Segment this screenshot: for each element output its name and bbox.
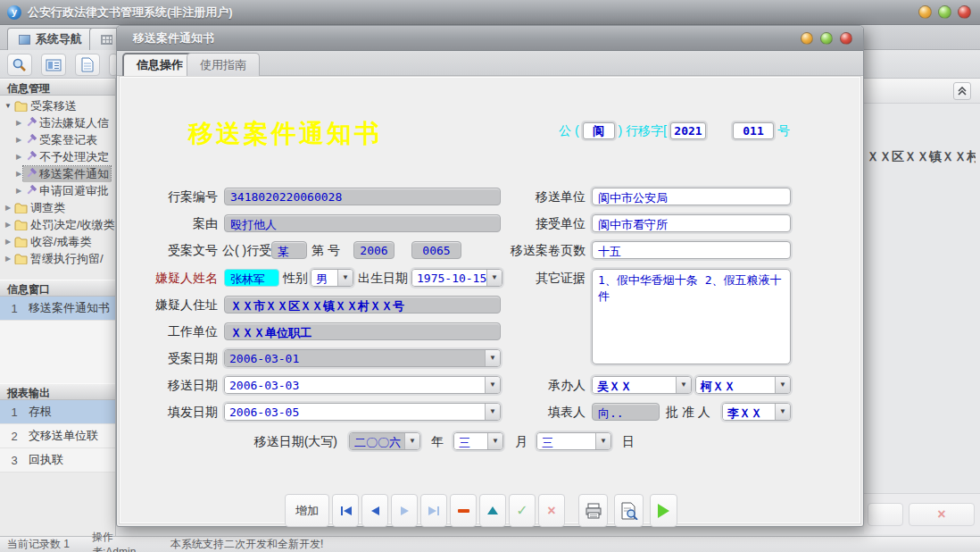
work-unit-field[interactable]: ＸＸＸ单位职工 [224,322,501,340]
dropdown-arrow-icon[interactable]: ▼ [676,377,691,393]
hammer-icon [25,151,37,163]
tree-item-yisong-anjian[interactable]: ▶ 移送案件通知 [0,165,115,182]
tree-item-shouyan-yisong[interactable]: ▼ 受案移送 [0,97,115,114]
address-field[interactable]: ＸＸ市ＸＸ区ＸＸ镇ＸＸ村ＸＸ号 [224,296,501,314]
grid-icon [101,35,112,45]
maximize-button[interactable] [938,5,951,19]
expand-arrow-icon[interactable]: ▶ [14,170,23,178]
collapse-arrow-icon[interactable]: ▼ [4,102,12,110]
report-row[interactable]: 1 存根 [0,400,115,424]
tree-item-shourong-jiedu[interactable]: ▶ 收容/戒毒类 [0,233,115,250]
filler-field[interactable]: 向.. [592,403,660,421]
transfer-unit-field[interactable]: 阆中市公安局 [592,188,791,205]
screen: y 公安行政法律文书管理系统(非注册用户) 系统导航 信 [0,0,980,552]
confirm-button[interactable]: ✓ [509,494,536,527]
dialog-maximize-button[interactable] [820,32,833,45]
doc-no-serial-input[interactable]: 011 [733,122,774,139]
tree-label: 移送案件通知 [39,166,109,182]
delete-record-button[interactable] [450,494,477,527]
dialog-close-button[interactable] [840,32,852,45]
tree-item-shouan-dengjibiao[interactable]: ▶ 受案登记表 [0,131,115,148]
expand-arrow-icon[interactable]: ▶ [4,221,12,229]
doc-no-unit-input[interactable]: 阆 [583,122,615,139]
run-button[interactable] [650,494,677,527]
accept-doc-year-field[interactable]: 2006 [353,241,394,259]
accept-doc-unit-field[interactable]: 某 [271,241,307,259]
fill-date-combo[interactable]: 2006-03-05 ▼ [224,403,501,421]
background-cancel-button[interactable]: × [909,503,975,526]
receive-unit-field[interactable]: 阆中市看守所 [592,214,791,232]
accept-doc-serial-field[interactable]: 0065 [411,241,461,259]
doc-no-part1: 公 ( [559,123,579,139]
tree-item-buyu-chuli[interactable]: ▶ 不予处理决定 [0,148,115,165]
handler2-combo[interactable]: 柯ＸＸ ▼ [695,376,791,394]
minimize-button[interactable] [918,5,932,19]
handler1-combo[interactable]: 吴ＸＸ ▼ [592,376,692,394]
cap-year-combo[interactable]: 二〇〇六 ▼ [349,432,420,450]
tree-item-weifa-xianyiren[interactable]: ▶ 违法嫌疑人信 [0,114,115,131]
cap-day-combo[interactable]: 三 ▼ [536,432,611,450]
expand-arrow-icon[interactable]: ▶ [4,204,12,212]
suspect-name-field[interactable]: 张林军 [224,269,279,287]
tree-item-diaocha[interactable]: ▶ 调查类 [0,199,115,216]
doc-no-year-input[interactable]: 2021 [670,122,706,139]
dropdown-arrow-icon[interactable]: ▼ [337,270,353,286]
receive-unit-label: 接受单位 [467,214,586,232]
info-window-row[interactable]: 1 移送案件通知书 [0,297,115,321]
dropdown-arrow-icon[interactable]: ▼ [775,377,790,393]
accept-date-combo[interactable]: 2006-03-01 ▼ [224,349,501,367]
list-view-button[interactable] [41,54,66,76]
row-number: 3 [0,454,29,467]
document-button[interactable] [75,54,100,76]
expand-arrow-icon[interactable]: ▶ [4,255,12,263]
prev-record-button[interactable] [361,494,388,527]
tree-item-zanhuan-zhixing[interactable]: ▶ 暂缓执行拘留/ [0,250,115,267]
cause-field[interactable]: 殴打他人 [224,214,501,232]
next-record-button[interactable] [391,494,418,527]
dialog-titlebar[interactable]: 移送案件通知书 [117,26,863,51]
approver-label: 批 准 人 [666,403,710,421]
evidence-textarea[interactable]: 1、假中华香烟十条 2、假五粮液十件 [592,269,791,364]
print-button[interactable] [578,494,608,527]
case-number-field[interactable]: 3418020220060028 [224,188,501,205]
expand-arrow-icon[interactable]: ▶ [4,238,12,246]
post-record-button[interactable] [479,494,506,527]
gender-combo[interactable]: 男 ▼ [311,269,353,287]
expand-arrow-icon[interactable]: ▶ [14,136,23,144]
pages-field[interactable]: 十五 [592,241,791,259]
pages-label: 移送案卷页数 [467,241,586,259]
tab-system-navigation[interactable]: 系统导航 [7,28,94,50]
handler2-value: 柯ＸＸ [696,377,775,393]
first-record-button[interactable] [332,494,359,527]
tree-item-shenqing-huibi[interactable]: ▶ 申请回避审批 [0,182,115,199]
dropdown-arrow-icon[interactable]: ▼ [775,404,790,420]
expand-arrow-icon[interactable]: ▶ [14,119,23,127]
approver-combo[interactable]: 李ＸＸ ▼ [722,403,791,421]
doc-number-row: 公 ( 阆 ) 行移字[ 2021 011 号 [559,122,790,139]
dropdown-arrow-icon[interactable]: ▼ [485,350,500,366]
add-button[interactable]: 增加 [285,494,329,527]
dropdown-arrow-icon[interactable]: ▼ [404,433,419,449]
dropdown-arrow-icon[interactable]: ▼ [595,433,610,449]
tree-item-chufa-jueding[interactable]: ▶ 处罚决定/收缴类 [0,216,115,233]
dialog-minimize-button[interactable] [801,32,813,45]
cancel-button[interactable]: × [538,494,565,527]
zoom-document-button[interactable] [7,54,32,76]
folder-icon [14,101,28,112]
transfer-date-combo[interactable]: 2006-03-03 ▼ [224,376,501,394]
background-button-partial[interactable] [868,503,903,526]
close-button[interactable] [958,5,971,19]
print-preview-button[interactable] [614,494,644,527]
collapse-panel-button[interactable] [953,82,971,100]
expand-arrow-icon[interactable]: ▶ [14,187,23,195]
dropdown-arrow-icon[interactable]: ▼ [487,433,502,449]
tab-user-guide[interactable]: 使用指南 [187,53,260,76]
dialog-tabstrip: 信息操作 使用指南 [117,51,863,76]
report-row[interactable]: 3 回执联 [0,448,115,473]
cap-month-combo[interactable]: 三 ▼ [453,432,503,450]
expand-arrow-icon[interactable]: ▶ [14,153,23,161]
app-title: 公安行政法律文书管理系统(非注册用户) [28,4,233,21]
last-record-button[interactable] [420,494,447,527]
cap-month-value: 三 [454,433,487,449]
report-row[interactable]: 2 交移送单位联 [0,424,115,448]
